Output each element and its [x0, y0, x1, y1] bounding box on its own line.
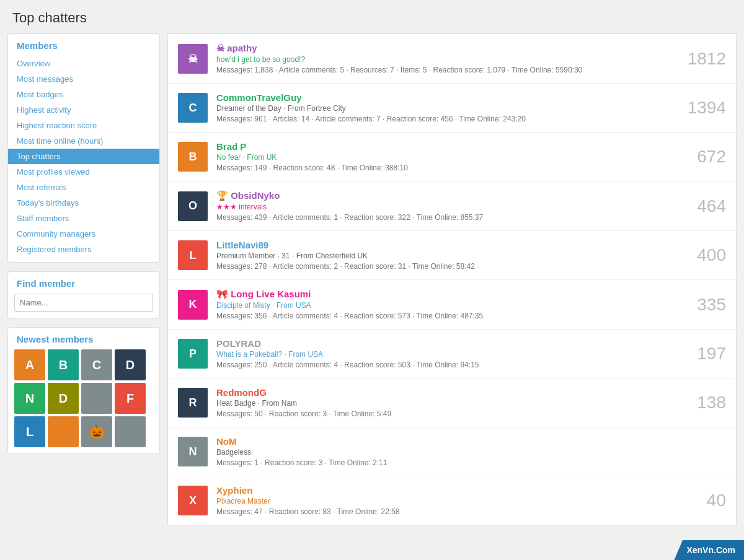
newest-member-avatar[interactable]: A: [14, 349, 45, 380]
newest-member-avatar[interactable]: 🎃: [81, 416, 112, 447]
avatar[interactable]: B: [178, 142, 208, 172]
member-title: What is a Pokeball? · From USA: [216, 350, 676, 359]
sidebar-item-staff-members[interactable]: Staff members: [8, 211, 159, 226]
avatar[interactable]: K: [178, 290, 208, 320]
sidebar-link-most-messages[interactable]: Most messages: [8, 71, 159, 87]
table-row: CCommonTravelGuyDreamer of the Day · Fro…: [168, 84, 736, 133]
newest-member-avatar[interactable]: L: [14, 416, 45, 447]
find-member-section: Find member: [7, 271, 160, 318]
newest-member-avatar[interactable]: D: [115, 349, 146, 380]
members-nav-title: Members: [8, 34, 159, 56]
avatar[interactable]: L: [178, 240, 208, 270]
sidebar-item-overview[interactable]: Overview: [8, 56, 159, 71]
page-title: Top chatters: [0, 0, 744, 33]
avatar[interactable]: P: [178, 339, 208, 369]
member-score: 197: [676, 344, 726, 364]
member-title: Pixacrea Master: [216, 497, 676, 505]
member-stats: Messages: 961 · Articles: 14 · Article c…: [216, 115, 676, 123]
table-row: ☠☠ apathyhow'd i get to be so good!?Mess…: [168, 34, 736, 84]
sidebar-link-most-profiles-viewed[interactable]: Most profiles viewed: [8, 164, 159, 180]
member-stats: Messages: 149 · Reaction score: 48 · Tim…: [216, 164, 676, 172]
member-info: Brad PNo fear · From UKMessages: 149 · R…: [216, 141, 676, 172]
find-member-title: Find member: [8, 272, 159, 294]
sidebar-link-top-chatters[interactable]: Top chatters: [8, 149, 159, 164]
sidebar-item-todays-birthdays[interactable]: Today's birthdays: [8, 195, 159, 211]
sidebar-link-staff-members[interactable]: Staff members: [8, 211, 159, 226]
member-score: 1812: [676, 49, 726, 69]
member-score: 672: [676, 147, 726, 167]
member-stats: Messages: 47 · Reaction score: 83 · Time…: [216, 507, 676, 516]
member-name[interactable]: RedmondG: [216, 387, 267, 398]
avatar[interactable]: X: [178, 486, 208, 515]
newest-member-avatar[interactable]: B: [48, 349, 79, 380]
table-row: LLittleNavi89Premium Member · 31 · From …: [168, 231, 736, 280]
avatar[interactable]: R: [178, 388, 208, 418]
newest-members-title: Newest members: [8, 328, 159, 349]
find-member-input[interactable]: [14, 294, 153, 312]
member-title: Premium Member · 31 · From Chesterfield …: [216, 252, 676, 260]
sidebar-item-top-chatters[interactable]: Top chatters: [8, 149, 159, 164]
table-row: XXyphienPixacrea MasterMessages: 47 · Re…: [168, 476, 736, 525]
member-name[interactable]: NoM: [216, 436, 237, 447]
member-name[interactable]: 🏆 ObsidNyko: [216, 190, 280, 201]
sidebar: Members OverviewMost messagesMost badges…: [0, 33, 167, 525]
table-row: RRedmondGHeat Badge · From NamMessages: …: [168, 378, 736, 427]
newest-member-avatar[interactable]: [81, 383, 112, 414]
avatar[interactable]: ☠: [178, 44, 208, 74]
member-info: NoMBadgelessMessages: 1 · Reaction score…: [216, 436, 676, 467]
sidebar-link-overview[interactable]: Overview: [8, 56, 159, 71]
member-title: Badgeless: [216, 448, 676, 457]
member-info: POLYRADWhat is a Pokeball? · From USAMes…: [216, 338, 676, 369]
sidebar-link-highest-activity[interactable]: Highest activity: [8, 102, 159, 118]
sidebar-link-most-badges[interactable]: Most badges: [8, 87, 159, 102]
newest-members-section: Newest members ABCDNDFL🎃: [7, 327, 160, 454]
sidebar-item-registered-members[interactable]: Registered members: [8, 242, 159, 257]
member-score: 138: [676, 393, 726, 413]
avatar[interactable]: N: [178, 437, 208, 466]
member-info: 🎀 Long Live KasumiDisciple of Misty · Fr…: [216, 289, 676, 320]
table-row: BBrad PNo fear · From UKMessages: 149 · …: [168, 133, 736, 182]
member-stats: Messages: 1 · Reaction score: 3 · Time O…: [216, 458, 676, 467]
member-stats: Messages: 1,838 · Article comments: 5 · …: [216, 66, 676, 74]
newest-member-avatar[interactable]: N: [14, 383, 45, 414]
page-header: Top chatters: [0, 0, 744, 33]
sidebar-item-community-managers[interactable]: Community managers: [8, 226, 159, 242]
member-name[interactable]: Xyphien: [216, 485, 252, 496]
sidebar-item-highest-reaction-score[interactable]: Highest reaction score: [8, 118, 159, 133]
newest-member-avatar[interactable]: F: [115, 383, 146, 414]
sidebar-item-most-messages[interactable]: Most messages: [8, 71, 159, 87]
sidebar-link-highest-reaction-score[interactable]: Highest reaction score: [8, 118, 159, 133]
member-info: ☠ apathyhow'd i get to be so good!?Messa…: [216, 43, 676, 74]
member-stats: Messages: 439 · Article comments: 1 · Re…: [216, 213, 676, 222]
member-title: Disciple of Misty · From USA: [216, 301, 676, 310]
sidebar-link-todays-birthdays[interactable]: Today's birthdays: [8, 195, 159, 211]
member-name[interactable]: Brad P: [216, 141, 246, 152]
member-name[interactable]: CommonTravelGuy: [216, 92, 302, 103]
member-name[interactable]: ☠ apathy: [216, 43, 257, 53]
member-name[interactable]: LittleNavi89: [216, 240, 268, 250]
sidebar-link-most-referrals[interactable]: Most referrals: [8, 180, 159, 195]
sidebar-link-most-time-online[interactable]: Most time online (hours): [8, 133, 159, 149]
table-row: O🏆 ObsidNyko★★★ intervalsMessages: 439 ·…: [168, 182, 736, 231]
member-stats: Messages: 356 · Article comments: 4 · Re…: [216, 312, 676, 320]
newest-member-avatar[interactable]: [115, 416, 146, 447]
sidebar-link-registered-members[interactable]: Registered members: [8, 242, 159, 257]
sidebar-item-most-profiles-viewed[interactable]: Most profiles viewed: [8, 164, 159, 180]
sidebar-item-highest-activity[interactable]: Highest activity: [8, 102, 159, 118]
newest-member-avatar[interactable]: D: [48, 383, 79, 414]
avatar[interactable]: O: [178, 191, 208, 221]
newest-member-avatar[interactable]: C: [81, 349, 112, 380]
member-name[interactable]: POLYRAD: [216, 338, 261, 349]
member-name[interactable]: 🎀 Long Live Kasumi: [216, 289, 311, 299]
member-list: ☠☠ apathyhow'd i get to be so good!?Mess…: [167, 33, 737, 525]
sidebar-item-most-badges[interactable]: Most badges: [8, 87, 159, 102]
sidebar-link-community-managers[interactable]: Community managers: [8, 226, 159, 242]
newest-member-avatar[interactable]: [48, 416, 79, 447]
sidebar-item-most-time-online[interactable]: Most time online (hours): [8, 133, 159, 149]
content-area: ☠☠ apathyhow'd i get to be so good!?Mess…: [167, 33, 744, 525]
member-stats: Messages: 50 · Reaction score: 3 · Time …: [216, 409, 676, 418]
sidebar-item-most-referrals[interactable]: Most referrals: [8, 180, 159, 195]
member-score: 40: [676, 491, 726, 510]
table-row: NNoMBadgelessMessages: 1 · Reaction scor…: [168, 427, 736, 476]
avatar[interactable]: C: [178, 93, 208, 123]
